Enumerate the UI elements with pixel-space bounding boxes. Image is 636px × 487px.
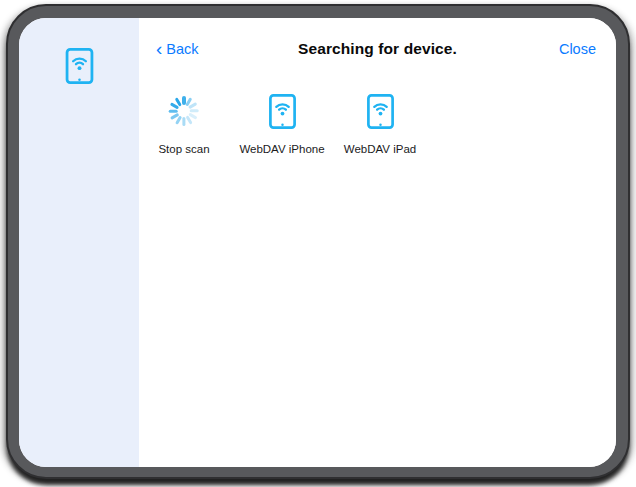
device-grid: Stop scan WebDAV iPhone — [135, 93, 429, 155]
tablet-wifi-icon — [269, 94, 296, 129]
close-button[interactable]: Close — [559, 39, 596, 59]
device-item-webdav-ipad[interactable]: WebDAV iPad — [331, 93, 429, 155]
stop-scan-button[interactable]: Stop scan — [135, 93, 233, 155]
back-label: Back — [166, 39, 198, 59]
main-panel: ‹ Back Searching for device. Close — [139, 18, 616, 467]
scanning-spinner-icon — [169, 96, 200, 127]
device-item-webdav-iphone[interactable]: WebDAV iPhone — [233, 93, 331, 155]
device-label: WebDAV iPad — [344, 143, 416, 155]
app-screen: ‹ Back Searching for device. Close — [19, 18, 616, 467]
spinner-container — [169, 93, 200, 129]
tablet-bezel: ‹ Back Searching for device. Close — [6, 4, 630, 479]
device-icon-container — [367, 93, 394, 129]
back-button[interactable]: ‹ Back — [156, 39, 199, 59]
sidebar — [19, 18, 139, 467]
device-icon-container — [269, 93, 296, 129]
sidebar-item-device[interactable] — [64, 48, 95, 84]
stop-scan-label: Stop scan — [158, 143, 209, 155]
tablet-wifi-icon — [64, 48, 95, 84]
navigation-bar: ‹ Back Searching for device. Close — [139, 39, 616, 59]
chevron-left-icon: ‹ — [156, 40, 162, 58]
tablet-wifi-icon — [367, 94, 394, 129]
page-background: ‹ Back Searching for device. Close — [0, 0, 636, 487]
page-title: Searching for device. — [139, 39, 616, 59]
device-label: WebDAV iPhone — [239, 143, 324, 155]
